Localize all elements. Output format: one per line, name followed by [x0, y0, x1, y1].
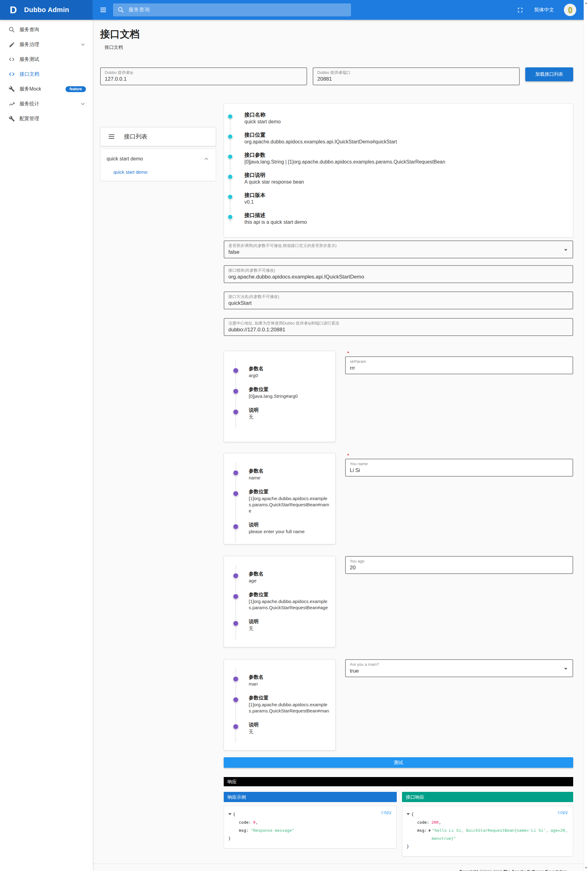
- global-search-box[interactable]: [113, 3, 351, 16]
- scrollbar[interactable]: [584, 0, 588, 871]
- provider-ip-field[interactable]: Dubbo 提供者Ip 127.0.0.1: [100, 67, 307, 85]
- menu-toggle-button[interactable]: [98, 4, 109, 15]
- param-section-man: 参数名 man 参数位置 [1]org.apache.dubbo.apidocs…: [224, 659, 573, 750]
- breadcrumb: 接口文档: [105, 45, 573, 51]
- provider-ip-value: 127.0.0.1: [105, 75, 302, 82]
- app-bar: D Dubbo Admin 简体中文: [0, 0, 584, 20]
- api-info-entry: 接口名称 quick start demo: [224, 112, 567, 125]
- footer: Copyright ©2018-2019 The Apache Software…: [93, 864, 584, 871]
- timeline-dot-icon: [233, 368, 239, 374]
- content-grid: 接口列表 quick start demo quick start demo: [100, 85, 573, 856]
- brand-area: D Dubbo Admin: [0, 0, 93, 20]
- response-example-json-card: copy { code:0, msg:"Response message" }: [224, 806, 397, 849]
- api-group-row[interactable]: quick start demo: [100, 151, 215, 166]
- response-actual-header: 接口响应: [402, 792, 573, 802]
- code-icon: [8, 55, 15, 63]
- search-icon: [117, 6, 124, 13]
- timeline-dot-icon: [233, 409, 239, 415]
- avatar[interactable]: [564, 4, 576, 16]
- scroll-up-arrow-icon[interactable]: [585, 2, 587, 4]
- provider-port-field[interactable]: Dubbo 提供者端口 20881: [313, 67, 520, 85]
- timeline-dot-icon: [233, 697, 239, 703]
- copy-button[interactable]: copy: [557, 810, 568, 815]
- timeline-dot-icon: [227, 194, 233, 200]
- api-sub-item[interactable]: quick start demo: [100, 166, 215, 177]
- param-age-input[interactable]: You age 20: [345, 556, 573, 574]
- timeline-dot-icon: [233, 593, 239, 600]
- app-bar-main: 简体中文: [93, 0, 584, 20]
- registry-field[interactable]: 注册中心地址, 如果为空将使用Dubbo 提供者Ip和端口进行直连 dubbo:…: [224, 318, 573, 336]
- sidebar-item-label: 服务Mock: [19, 86, 41, 93]
- app-title: Dubbo Admin: [24, 6, 69, 14]
- sidebar-item-service-metrics[interactable]: 服务统计: [0, 96, 93, 111]
- sidebar-item-config-management[interactable]: 配置管理: [0, 111, 93, 126]
- search-icon: [8, 26, 15, 33]
- wrench-icon: [8, 115, 15, 123]
- api-detail-column: 接口名称 quick start demo 接口位置 org.apache.du…: [224, 85, 573, 856]
- provider-port-value: 20881: [317, 75, 515, 82]
- api-info-entry: 接口版本 v0.1: [224, 192, 567, 205]
- main-content: 接口文档 接口文档 Dubbo 提供者Ip 127.0.0.1 Dubbo 提供…: [93, 20, 584, 871]
- language-selector[interactable]: 简体中文: [534, 7, 554, 13]
- footer-years: ©2018-2019: [480, 869, 502, 871]
- api-info-entry: 接口说明 A quick star response bean: [224, 172, 567, 185]
- required-asterisk: *: [345, 351, 573, 356]
- scroll-down-arrow-icon[interactable]: [585, 867, 587, 869]
- chart-line-icon: [8, 100, 15, 108]
- async-select[interactable]: 是否异步调用(此参数不可修改,根据接口定义的是否异步显示) false: [224, 241, 573, 258]
- timeline-dot-icon: [233, 724, 239, 730]
- timeline-dot-icon: [227, 174, 233, 180]
- api-list-header: 接口列表: [100, 127, 216, 146]
- load-api-list-button[interactable]: 加载接口列表: [525, 67, 573, 81]
- expand-toggle-icon[interactable]: [429, 829, 431, 832]
- copy-button[interactable]: copy: [381, 810, 392, 815]
- sidebar-item-service-test[interactable]: 服务测试: [0, 52, 93, 67]
- avatar-dubbo-icon: [568, 7, 572, 13]
- footer-copyright: Copyright: [459, 869, 478, 871]
- sidebar-item-service-mock[interactable]: 服务Mock feature: [0, 82, 93, 96]
- list-menu-icon[interactable]: [108, 133, 115, 140]
- provider-port-label: Dubbo 提供者端口: [317, 70, 515, 75]
- footer-org: The Apache Software Foundation.: [503, 869, 568, 871]
- api-group-label: quick start demo: [106, 156, 143, 162]
- chevron-up-icon: [203, 156, 209, 162]
- response-actual-json-card: copy { code:200, msg:"hello Li Si, Quick…: [402, 806, 573, 856]
- wrench-icon: [8, 85, 15, 93]
- param-arg0-input[interactable]: strParam rrr: [345, 356, 573, 374]
- method-field[interactable]: 接口方法名(此参数不可修改) quickStart: [224, 292, 573, 310]
- chevron-down-icon: [80, 101, 86, 107]
- param-name-input[interactable]: You name Li Si: [345, 459, 573, 477]
- param-card-arg0: 参数名 arg0 参数位置 [0]java.lang.String#arg0 说…: [224, 351, 335, 442]
- module-field[interactable]: 接口模块(此参数不可修改) org.apache.dubbo.apidocs.e…: [224, 265, 573, 283]
- api-list-title: 接口列表: [124, 133, 147, 141]
- sidebar-item-service-governance[interactable]: 服务治理: [0, 37, 93, 52]
- required-asterisk: *: [345, 453, 573, 459]
- timeline-dot-icon: [233, 620, 239, 627]
- api-info-card: 接口名称 quick start demo 接口位置 org.apache.du…: [224, 103, 573, 237]
- fullscreen-button[interactable]: [516, 6, 524, 14]
- sidebar-item-api-docs[interactable]: 接口文档: [0, 67, 93, 82]
- sidebar-item-label: 服务统计: [19, 101, 39, 107]
- sidebar-item-label: 服务查询: [19, 27, 39, 33]
- fullscreen-icon: [517, 7, 523, 13]
- timeline-dot-icon: [233, 676, 239, 682]
- chevron-down-icon: [80, 42, 86, 48]
- api-info-entry: 接口描述 this api is a quick start demo: [224, 212, 567, 225]
- sidebar-item-label: 配置管理: [19, 115, 39, 122]
- test-button[interactable]: 测试: [224, 757, 573, 768]
- dropdown-arrow-icon: [564, 668, 567, 670]
- timeline-dot-icon: [227, 154, 233, 160]
- search-input[interactable]: [128, 6, 347, 13]
- code-icon: [8, 70, 15, 78]
- feature-badge: feature: [66, 86, 86, 92]
- param-card-age: 参数名 age 参数位置 [1]org.apache.dubbo.apidocs…: [224, 556, 335, 647]
- response-bar: 响应: [224, 777, 573, 786]
- collapse-toggle-icon[interactable]: [407, 813, 410, 815]
- provider-ip-label: Dubbo 提供者Ip: [105, 70, 302, 75]
- sidebar-item-service-search[interactable]: 服务查询: [0, 22, 93, 37]
- api-info-entry: 接口参数 [0]java.lang.String | [1]org.apache…: [224, 152, 567, 165]
- param-man-select[interactable]: Are you a main? true: [345, 659, 573, 677]
- timeline-dot-icon: [227, 134, 233, 139]
- api-info-entry: 接口位置 org.apache.dubbo.apidocs.examples.a…: [224, 132, 567, 145]
- collapse-toggle-icon[interactable]: [228, 813, 232, 815]
